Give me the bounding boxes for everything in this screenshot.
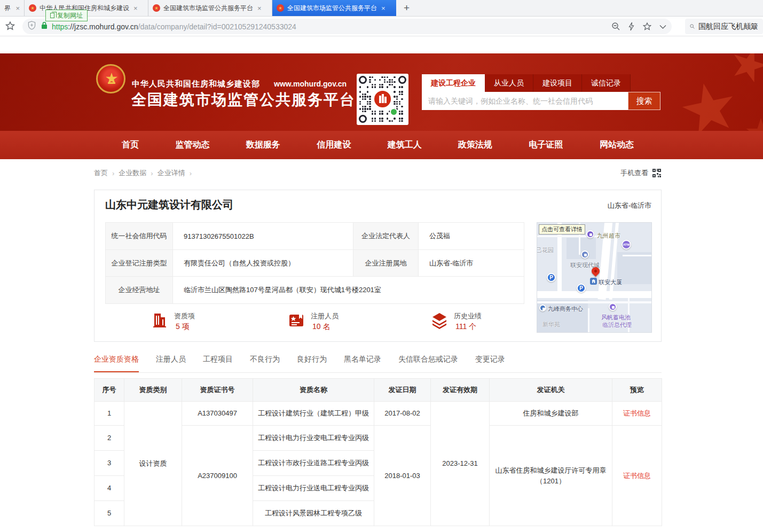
keyword-input[interactable] bbox=[422, 92, 628, 110]
authority-line2: （1201） bbox=[536, 477, 565, 485]
map-label-garden: 己花园 bbox=[537, 246, 554, 254]
tower-building-icon bbox=[590, 278, 597, 285]
qual-name: 工程设计风景园林工程专项乙级 bbox=[253, 501, 374, 526]
search-tab-personnel[interactable]: 从业人员 bbox=[485, 74, 533, 92]
field-label: 企业法定代表人 bbox=[353, 223, 419, 250]
col-header: 序号 bbox=[95, 379, 124, 402]
nav-item-site-news[interactable]: 网站动态 bbox=[600, 139, 634, 151]
stat-historical-performance: 历史业绩111 个 bbox=[431, 312, 482, 332]
browser-search-box[interactable]: 国航回应飞机颠簸 bbox=[685, 19, 763, 34]
tab-label: 全国建筑市场监管公共服务平台 bbox=[287, 4, 377, 13]
address-value: 临沂市兰山区陶然路107号星河晶都（联安）现代城1号楼2201室 bbox=[173, 277, 524, 304]
search-tab-enterprise[interactable]: 建设工程企业 bbox=[422, 74, 485, 92]
zoom-out-icon[interactable] bbox=[611, 22, 620, 31]
breadcrumb-company-data[interactable]: 企业数据 bbox=[119, 168, 146, 178]
url-host: ://jzsc.mohurd.gov.cn bbox=[68, 22, 138, 31]
col-header: 发证有效期 bbox=[431, 379, 490, 402]
flash-icon[interactable] bbox=[628, 22, 635, 31]
copy-icon bbox=[50, 13, 54, 18]
breadcrumb-row: 首页 › 企业数据 › 企业详情 › 手机查看 bbox=[0, 167, 763, 180]
tab-dishonesty-records[interactable]: 失信联合惩戒记录 bbox=[398, 355, 458, 372]
bookmark-star-icon[interactable] bbox=[5, 21, 15, 34]
nav-item-policy[interactable]: 政策法规 bbox=[458, 139, 492, 151]
search-button[interactable]: 搜索 bbox=[628, 92, 660, 110]
stat-label: 注册人员 bbox=[311, 312, 339, 320]
company-name: 山东中元建筑设计有限公司 bbox=[105, 198, 233, 212]
browser-tab-2[interactable]: 全国建筑市场监管公共服务平台 × bbox=[148, 0, 272, 16]
table-row: 1 设计资质 A137030497 工程设计建筑行业（建筑工程）甲级 2017-… bbox=[95, 402, 662, 426]
address-bar-actions bbox=[611, 22, 666, 32]
certificate-icon bbox=[288, 312, 305, 329]
platform-title: 全国建筑市场监管公共服务平台 bbox=[131, 90, 356, 110]
qr-small-icon bbox=[652, 169, 661, 177]
map-label-xinhuayuan: 新华苑 bbox=[542, 320, 560, 328]
nav-item-supervision[interactable]: 监管动态 bbox=[175, 139, 209, 151]
col-header: 资质类别 bbox=[124, 379, 182, 402]
browser-tab-0[interactable]: 界 × bbox=[0, 0, 25, 16]
issue-date: 2018-01-03 bbox=[374, 426, 431, 526]
new-tab-button[interactable]: + bbox=[396, 0, 417, 16]
emblem-favicon bbox=[29, 4, 36, 12]
copy-url-tooltip: 复制网址 bbox=[45, 10, 88, 21]
company-location-map[interactable]: 点击可查看详情 九州超市 ATM 己花园 联安现代城 联安大厦 P P 九峰商务… bbox=[537, 222, 652, 333]
modern-city-pin-icon bbox=[581, 251, 589, 259]
tab-label: 界 bbox=[4, 4, 11, 13]
search-tab-credit[interactable]: 诚信记录 bbox=[582, 74, 631, 92]
qual-name: 工程设计电力行业送电工程专业丙级 bbox=[253, 476, 374, 501]
qr-finder bbox=[398, 76, 406, 84]
field-label: 企业注册属地 bbox=[353, 250, 419, 277]
parking-icon: P bbox=[547, 273, 556, 282]
company-region: 山东省-临沂市 bbox=[608, 201, 651, 210]
tab-qualifications[interactable]: 企业资质资格 bbox=[94, 355, 139, 372]
ministry-text: 中华人民共和国住房和城乡建设部 bbox=[132, 79, 260, 88]
nav-item-credit[interactable]: 信用建设 bbox=[317, 139, 351, 151]
qual-name: 工程设计电力行业变电工程专业丙级 bbox=[253, 426, 374, 451]
qr-logo bbox=[373, 90, 392, 108]
browser-tab-3-active[interactable]: 全国建筑市场监管公共服务平台 × bbox=[272, 0, 396, 16]
atm-pin-icon: ATM bbox=[622, 240, 631, 249]
credit-code-value: 91371302675501022B bbox=[173, 223, 353, 250]
reg-type-value: 有限责任公司（自然人投资或控股） bbox=[173, 250, 353, 277]
breadcrumb-separator: › bbox=[151, 169, 153, 177]
issue-date: 2017-08-02 bbox=[374, 402, 431, 426]
tab-change-records[interactable]: 变更记录 bbox=[475, 355, 505, 372]
tab-close-icon[interactable]: × bbox=[133, 4, 138, 12]
tab-registered-personnel[interactable]: 注册人员 bbox=[156, 355, 186, 372]
nav-item-workers[interactable]: 建筑工人 bbox=[388, 139, 422, 151]
screen: 界 × 中华人民共和国住房和城乡建设 × 全国建筑市场监管公共服务平台 × 全国… bbox=[0, 0, 763, 532]
shield-icon[interactable] bbox=[28, 21, 36, 32]
tab-close-icon[interactable]: × bbox=[381, 4, 386, 12]
tab-bad-behavior[interactable]: 不良行为 bbox=[250, 355, 280, 372]
breadcrumb: 首页 › 企业数据 › 企业详情 › bbox=[94, 168, 196, 178]
tab-close-icon[interactable]: × bbox=[15, 4, 20, 12]
flag-star-decoration bbox=[681, 80, 737, 131]
nav-item-home[interactable]: 首页 bbox=[122, 139, 139, 151]
tab-blacklist[interactable]: 黑名单记录 bbox=[344, 355, 381, 372]
copy-tooltip-text: 复制网址 bbox=[57, 11, 83, 20]
breadcrumb-company-detail[interactable]: 企业详情 bbox=[158, 168, 185, 178]
building-icon bbox=[151, 312, 168, 329]
cert-no: A237009100 bbox=[182, 426, 253, 526]
map-label-tower: 联安大厦 bbox=[599, 278, 622, 286]
certificate-info-link[interactable]: 证书信息 bbox=[623, 409, 651, 417]
chevron-down-icon[interactable] bbox=[659, 25, 666, 29]
qr-code bbox=[357, 74, 408, 125]
favorite-star-icon[interactable] bbox=[642, 22, 652, 32]
tab-good-behavior[interactable]: 良好行为 bbox=[297, 355, 327, 372]
row-no: 5 bbox=[95, 501, 124, 526]
nav-item-data-service[interactable]: 数据服务 bbox=[246, 139, 280, 151]
tab-close-icon[interactable]: × bbox=[257, 4, 262, 12]
address-bar[interactable]: https://jzsc.mohurd.gov.cn/data/company/… bbox=[22, 19, 672, 34]
mobile-view-label: 手机查看 bbox=[620, 168, 648, 178]
issuing-authority: 山东省住房和城乡建设厅许可专用章 （1201） bbox=[490, 426, 612, 526]
cert-no: A137030497 bbox=[182, 402, 253, 426]
search-tab-project[interactable]: 建设项目 bbox=[533, 74, 582, 92]
national-emblem-logo bbox=[96, 64, 125, 93]
mobile-view-button[interactable]: 手机查看 bbox=[620, 168, 661, 178]
breadcrumb-home[interactable]: 首页 bbox=[94, 168, 108, 178]
certificate-info-link[interactable]: 证书信息 bbox=[623, 472, 651, 480]
nav-item-e-license[interactable]: 电子证照 bbox=[529, 139, 563, 151]
stat-qualifications: 资质项5 项 bbox=[151, 312, 195, 332]
tab-projects[interactable]: 工程项目 bbox=[203, 355, 233, 372]
detail-tabs: 企业资质资格 注册人员 工程项目 不良行为 良好行为 黑名单记录 失信联合惩戒记… bbox=[94, 355, 662, 373]
